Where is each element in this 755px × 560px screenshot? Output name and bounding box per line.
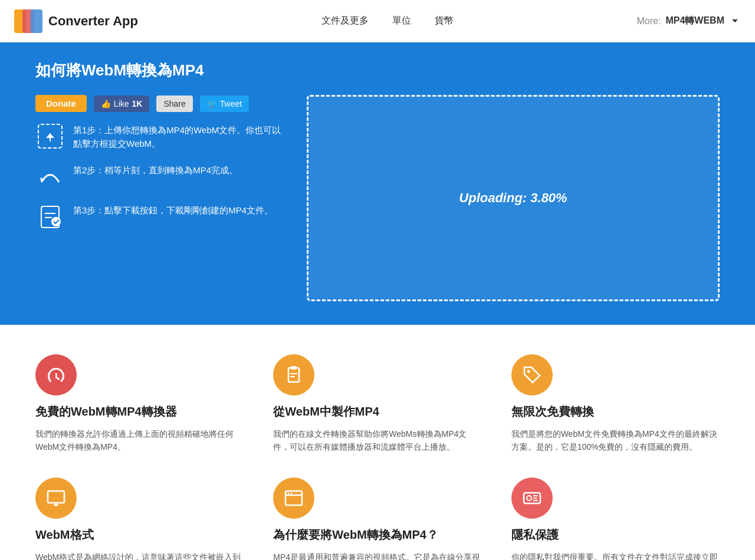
chevron-down-icon[interactable] [729,15,741,27]
thumbs-up-icon: 👍 [101,99,111,108]
more-value: MP4轉WEBM [665,15,724,27]
step3-icon [35,202,65,231]
feature-icon-clipboard [273,354,314,396]
hero-right: Uploading: 3.80% [307,95,720,301]
feature-title-make: 從WebM中製作MP4 [273,404,379,419]
svg-point-11 [288,492,290,494]
upload-progress-text: Uploading: 3.80% [459,190,567,206]
logo[interactable]: Converter App [14,7,138,35]
step2-text: 第2步：稍等片刻，直到轉換為MP4完成。 [73,162,238,177]
main-nav: 文件及更多 單位 貨幣 [321,15,454,27]
step-1: 第1步：上傳你想轉換為MP4的WebM文件。你也可以點擊方框提交WebM。 [35,121,283,151]
svg-rect-2 [31,9,42,33]
more-section: More: MP4轉WEBM [637,15,741,27]
feature-icon-tag [511,354,553,396]
feature-desc-why: MP4是最通用和普遍兼容的視頻格式。它是為在線分享視頻內容而創建的，可以在大多數… [273,551,481,560]
action-bar: Donate 👍 Like 1K Share 🐦 Tweet [35,95,283,112]
feature-title-why: 為什麼要將WebM轉換為MP4？ [273,527,438,542]
svg-rect-6 [288,368,299,382]
feature-privacy: 隱私保護 你的隱私對我們很重要。所有文件在文件對話完成後立即從我們的服務器上刪除… [511,477,720,560]
svg-rect-7 [291,366,297,370]
like-count: 1K [132,99,143,108]
nav-currency[interactable]: 貨幣 [435,15,454,27]
feature-desc-privacy: 你的隱私對我們很重要。所有文件在文件對話完成後立即從我們的服務器上刪除，而且也不… [511,551,720,560]
step-2: 第2步：稍等片刻，直到轉換為MP4完成。 [35,162,283,191]
facebook-like-button[interactable]: 👍 Like 1K [94,95,150,112]
feature-title-privacy: 隱私保護 [511,527,559,542]
feature-make-mp4: 從WebM中製作MP4 我們的在線文件轉換器幫助你將WebMs轉換為MP4文件，… [273,354,481,454]
features-grid: 免費的WebM轉MP4轉換器 我們的轉換器允許你通過上傳上面的視頻精確地將任何W… [35,354,720,560]
feature-desc-make: 我們的在線文件轉換器幫助你將WebMs轉換為MP4文件，可以在所有媒體播放器和流… [273,427,481,454]
hero-title: 如何將WebM轉換為MP4 [35,60,720,81]
step1-icon [35,121,65,151]
svg-point-12 [291,492,293,494]
step3-text: 第3步：點擊下載按鈕，下載剛剛創建的MP4文件。 [73,202,273,218]
tweet-button[interactable]: 🐦 Tweet [200,95,249,112]
features-section: 免費的WebM轉MP4轉換器 我們的轉換器允許你通過上傳上面的視頻精確地將任何W… [0,325,755,560]
more-label: More: [637,16,661,27]
share-button[interactable]: Share [156,95,192,112]
hero-section: 如何將WebM轉換為MP4 Donate 👍 Like 1K Share 🐦 T… [0,42,755,325]
feature-icon-monitor [35,477,77,519]
feature-desc-unlimited: 我們是將您的WebM文件免費轉換為MP4文件的最終解決方案。是的，它是100%免… [511,427,720,454]
nav-units[interactable]: 單位 [392,15,411,27]
feature-icon-speedometer [35,354,77,396]
steps-list: 第1步：上傳你想轉換為MP4的WebM文件。你也可以點擊方框提交WebM。 第2… [35,121,283,231]
step-3: 第3步：點擊下載按鈕，下載剛剛創建的MP4文件。 [35,202,283,231]
feature-free-converter: 免費的WebM轉MP4轉換器 我們的轉換器允許你通過上傳上面的視頻精確地將任何W… [35,354,244,454]
feature-why-convert: 為什麼要將WebM轉換為MP4？ MP4是最通用和普遍兼容的視頻格式。它是為在線… [273,477,481,560]
svg-point-14 [527,496,531,500]
donate-button[interactable]: Donate [35,95,87,112]
step1-text: 第1步：上傳你想轉換為MP4的WebM文件。你也可以點擊方框提交WebM。 [73,121,283,150]
svg-point-5 [51,217,61,226]
svg-rect-9 [48,491,64,503]
hero-content: Donate 👍 Like 1K Share 🐦 Tweet [35,95,720,301]
logo-text: Converter App [48,14,138,29]
feature-title-unlimited: 無限次免費轉換 [511,404,594,419]
tweet-label: Tweet [220,99,242,108]
feature-icon-window [273,477,314,519]
feature-icon-id-card [511,477,553,519]
svg-point-8 [527,370,530,373]
logo-icon [14,7,42,35]
feature-title-free: 免費的WebM轉MP4轉換器 [35,404,177,419]
step2-icon [35,162,65,191]
feature-unlimited: 無限次免費轉換 我們是將您的WebM文件免費轉換為MP4文件的最終解決方案。是的… [511,354,720,454]
header: Converter App 文件及更多 單位 貨幣 More: MP4轉WEBM [0,0,755,42]
hero-left: Donate 👍 Like 1K Share 🐦 Tweet [35,95,283,231]
feature-desc-free: 我們的轉換器允許你通過上傳上面的視頻精確地將任何WebM文件轉換為MP4。 [35,427,244,454]
feature-desc-webm: WebM格式是為網絡設計的，這意味著這些文件被嵌入到網頁中。WebM文件是音頻和… [35,551,244,560]
upload-dropzone[interactable]: Uploading: 3.80% [307,95,720,301]
like-label: Like [114,99,129,108]
feature-webm-format: WebM格式 WebM格式是為網絡設計的，這意味著這些文件被嵌入到網頁中。Web… [35,477,244,560]
nav-files-more[interactable]: 文件及更多 [321,15,369,27]
twitter-icon: 🐦 [207,99,217,108]
feature-title-webm: WebM格式 [35,527,94,542]
